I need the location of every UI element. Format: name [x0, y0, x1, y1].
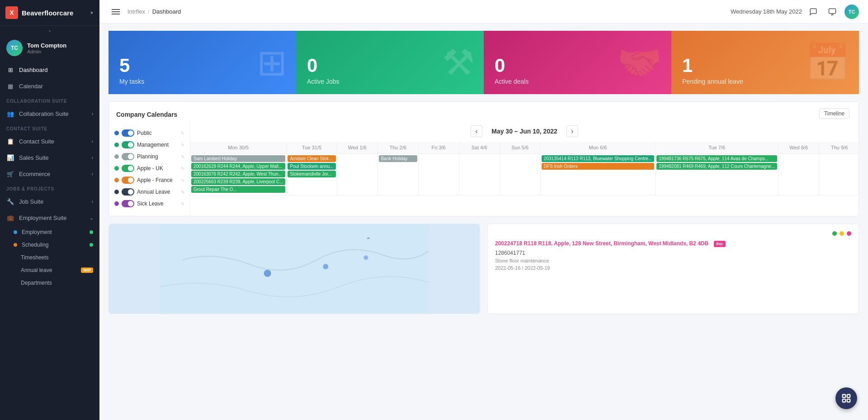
calendar-event[interactable]: 203135414 R113 R113, Bluewater Shopping …	[542, 155, 655, 162]
sidebar-item-employment-suite[interactable]: 💼 Employment Suite ⌄	[0, 210, 99, 226]
svg-text:⌃: ⌃	[366, 236, 371, 243]
calendar-title: Company Calendars	[116, 111, 177, 118]
sidebar-sub-employment[interactable]: Employment	[0, 226, 99, 239]
toggle-planning[interactable]	[122, 153, 134, 160]
topbar: Intrflex / Dashboard Wednesday 18th May …	[99, 0, 868, 24]
col-header: Tue 7/6	[656, 142, 778, 154]
sidebar-sub-departments[interactable]: Departments	[0, 277, 99, 289]
avatar: TC	[6, 40, 23, 56]
sidebar-item-label: Contact Suite	[19, 138, 87, 145]
edit-icon[interactable]: ✎	[181, 154, 184, 159]
calendar-event[interactable]: 200225663 R239 R239, Apple, Liverpool C.…	[191, 178, 285, 185]
edit-icon[interactable]: ✎	[181, 190, 184, 195]
stat-card-pending-leave[interactable]: 📅 1 Pending annual leave	[671, 31, 859, 94]
sidebar-item-sales-suite[interactable]: 📊 Sales Suite ›	[0, 149, 99, 166]
calendar-cell-wed1	[337, 154, 377, 196]
job-icon: 🔧	[6, 197, 14, 205]
sales-icon: 📊	[6, 153, 14, 162]
topbar-icons: TC	[807, 5, 859, 19]
calendar-event[interactable]: Bank Holiday	[379, 155, 417, 162]
chevron-up-icon: ⌄	[90, 215, 93, 220]
next-month-button[interactable]: ›	[566, 125, 578, 137]
job-card-dots	[495, 231, 851, 236]
stat-card-tasks[interactable]: ⊞ 5 My tasks	[108, 31, 296, 94]
timeline-button[interactable]: Timeline	[819, 108, 849, 119]
calendar-event[interactable]: Sam Lambert Holiday	[191, 155, 285, 162]
prev-month-button[interactable]: ‹	[471, 125, 482, 137]
calendar-nav: ‹ May 30 – Jun 10, 2022 ›	[190, 121, 859, 142]
chat-icon[interactable]	[807, 5, 820, 19]
legend-dot	[114, 190, 119, 194]
stat-card-active-deals[interactable]: 🤝 0 Active deals	[484, 31, 671, 94]
calendar-cell-sun5	[500, 154, 540, 196]
calendar-event[interactable]: 200163076 R242 R242, Apple, West Thun...	[191, 171, 285, 177]
calendar-cell-fri3	[418, 154, 459, 196]
active-indicator	[90, 243, 93, 247]
legend-dot	[114, 166, 119, 171]
breadcrumb-root[interactable]: Intrflex	[127, 8, 145, 15]
sidebar-item-ecommerce[interactable]: 🛒 Ecommerce ›	[0, 166, 99, 182]
edit-icon[interactable]: ✎	[181, 143, 184, 148]
breadcrumb-current: Dashboard	[152, 8, 181, 15]
edit-icon[interactable]: ✎	[181, 131, 184, 136]
stat-card-active-jobs[interactable]: ⚒ 0 Active Jobs	[296, 31, 484, 94]
calendar-icon: ▦	[6, 82, 14, 90]
legend-item-public: Public ✎	[113, 127, 185, 139]
legend-label: Planning	[137, 153, 158, 160]
legend-item-apple-france: Apple - France ✎	[113, 174, 185, 186]
toggle-management[interactable]	[122, 141, 134, 148]
calendar-main: ‹ May 30 – Jun 10, 2022 › Mon 30/5 Tue 3…	[190, 121, 859, 216]
col-header: Mon 30/5	[190, 142, 287, 154]
calendar-event[interactable]: Grout Repair The O...	[191, 186, 285, 193]
legend-dot	[114, 178, 119, 182]
svg-rect-13	[843, 399, 845, 402]
user-avatar[interactable]: TC	[844, 5, 859, 19]
calendar-event[interactable]: Poul Stockwin annu...	[288, 163, 335, 170]
toggle-apple-france[interactable]	[122, 177, 134, 184]
col-header: Thu 2/6	[377, 142, 418, 154]
calendar-section: Timeline Company Calendars 📅 Public ✎	[108, 101, 859, 216]
job-ref-link[interactable]: 200224718 R118 R118, Apple, 128 New Stre…	[495, 240, 851, 247]
sidebar-nav: ⊞ Dashboard ▦ Calendar COLLABORATION SUI…	[0, 62, 99, 420]
wip-badge: WIP	[81, 267, 93, 273]
screen-icon[interactable]	[826, 5, 839, 19]
sidebar-item-collaboration-suite[interactable]: 👥 Collaboration Suite ›	[0, 105, 99, 122]
sidebar-item-job-suite[interactable]: 🔧 Job Suite ›	[0, 193, 99, 210]
calendar-event[interactable]: Stokemandivlle Jor...	[288, 171, 335, 177]
edit-icon[interactable]: ✎	[181, 166, 184, 171]
job-dot-pink	[847, 231, 851, 236]
calendar-event[interactable]: Arndale Clean Stck...	[288, 155, 335, 162]
date-display: Wednesday 18th May 2022	[731, 8, 802, 15]
sub-label: Departments	[21, 280, 52, 286]
col-header: Mon 6/6	[540, 142, 656, 154]
toggle-apple-uk[interactable]	[122, 165, 134, 172]
calendar-event[interactable]: 199482081 R469 R469, Apple, 112 Cours Ch…	[656, 163, 777, 170]
fab-button[interactable]	[835, 387, 857, 409]
job-dot-yellow	[840, 231, 844, 236]
toggle-annual-leave[interactable]	[122, 188, 134, 196]
legend-dot	[114, 143, 119, 147]
edit-icon[interactable]: ✎	[181, 201, 184, 206]
sidebar-item-calendar[interactable]: ▦ Calendar	[0, 78, 99, 94]
calendar-event[interactable]: 200162628 R244 R244, Apple, Upper Mall..…	[191, 163, 285, 170]
menu-icon[interactable]	[108, 5, 123, 19]
sidebar-collapse-chevron[interactable]: ⌄	[0, 26, 99, 34]
map-background: ⌃	[109, 224, 480, 314]
sidebar-item-contact-suite[interactable]: 📋 Contact Suite ›	[0, 133, 99, 149]
calendar-event[interactable]: DFS Irish Orders	[542, 163, 655, 170]
sidebar-sub-scheduling[interactable]: Scheduling	[0, 239, 99, 251]
sidebar-item-dashboard[interactable]: ⊞ Dashboard	[0, 62, 99, 78]
job-date-range: 2022-05-16 / 2022-05-19	[495, 265, 851, 271]
chevron-down-icon: ›	[92, 139, 93, 144]
toggle-public[interactable]	[122, 129, 134, 137]
edit-icon[interactable]: ✎	[181, 178, 184, 183]
calendar-event[interactable]: 199481736 R675 R675, Apple, 114 Avas de …	[656, 155, 777, 162]
sidebar-sub-annual-leave[interactable]: Annual leave WIP	[0, 264, 99, 277]
bottom-row: ⌃ 200224718 R118 R118, Apple, 128 New St…	[108, 224, 859, 314]
job-number: 1286041771	[495, 250, 851, 256]
toggle-sick-leave[interactable]	[122, 200, 134, 207]
chevron-down-icon: ›	[92, 172, 93, 177]
sidebar-sub-timesheets[interactable]: Timesheets	[0, 251, 99, 264]
map-svg: ⌃	[109, 224, 480, 314]
sub-label: Employment	[22, 229, 52, 235]
